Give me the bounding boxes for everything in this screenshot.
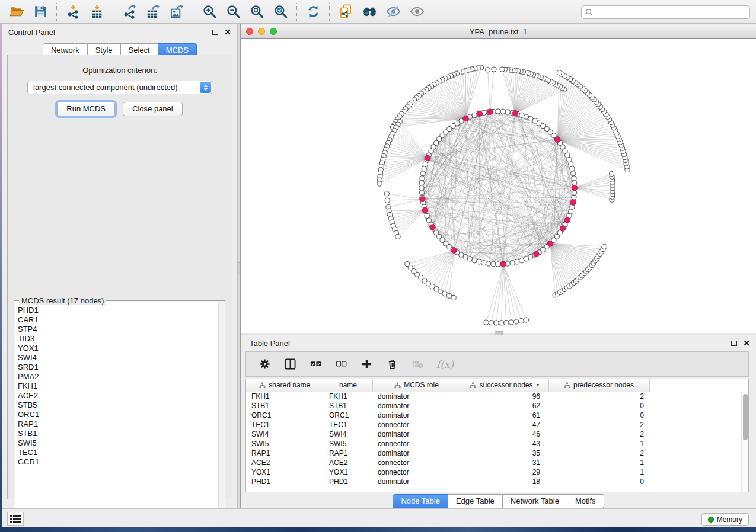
table-scrollbar[interactable] [741, 392, 748, 492]
graph-node[interactable] [602, 244, 607, 249]
table-row[interactable]: ORC1ORC1dominator610 [246, 411, 743, 420]
mcds-result-item[interactable]: ACE2 [18, 391, 218, 400]
graph-node[interactable] [422, 166, 426, 171]
column-header-predecessor-nodes[interactable]: predecessor nodes [548, 379, 649, 392]
table-row[interactable]: RAP1RAP1dominator352 [246, 448, 743, 458]
show-task-history-button[interactable] [7, 512, 24, 526]
clone-network-icon[interactable] [334, 2, 358, 22]
export-table-icon[interactable] [141, 2, 165, 22]
graph-node[interactable] [477, 111, 482, 116]
graph-node[interactable] [491, 262, 496, 267]
tab-node-table[interactable]: Node Table [393, 494, 448, 508]
graph-node[interactable] [569, 209, 573, 214]
criterion-select[interactable]: largest connected component (undirected) [27, 81, 212, 94]
graph-node[interactable] [492, 67, 496, 72]
mcds-result-scrollbar[interactable] [218, 302, 224, 518]
graph-node[interactable] [572, 190, 577, 195]
select-all-icon[interactable] [309, 358, 322, 371]
graph-node[interactable] [420, 176, 425, 181]
open-file-icon[interactable] [5, 2, 28, 22]
network-canvas[interactable] [241, 39, 756, 333]
graph-node[interactable] [430, 225, 435, 230]
float-panel-icon[interactable] [212, 30, 218, 35]
table-row[interactable]: PHD1PHD1dominator180 [246, 477, 743, 486]
float-panel-icon[interactable] [731, 341, 737, 346]
zoom-out-icon[interactable] [221, 2, 245, 22]
graph-node[interactable] [570, 166, 575, 171]
graph-node[interactable] [572, 185, 577, 190]
graph-node[interactable] [519, 113, 524, 117]
graph-node[interactable] [499, 321, 503, 325]
graph-node[interactable] [557, 70, 562, 75]
graph-node[interactable] [524, 318, 528, 322]
splitter-grip[interactable] [495, 331, 503, 335]
search-input[interactable] [594, 7, 749, 18]
graph-node[interactable] [395, 234, 400, 239]
graph-node[interactable] [509, 320, 513, 325]
table-scrollbar-thumb[interactable] [743, 394, 748, 440]
tab-motifs[interactable]: Motifs [567, 494, 604, 508]
deselect-all-icon[interactable] [334, 358, 347, 371]
column-header-name[interactable]: name [324, 379, 372, 392]
graph-node[interactable] [420, 171, 425, 176]
close-panel-icon[interactable]: ✕ [224, 28, 231, 36]
graph-node[interactable] [555, 137, 560, 142]
graph-node[interactable] [423, 162, 428, 166]
mcds-result-item[interactable]: PHD1 [18, 306, 218, 315]
mcds-result-item[interactable]: PMA2 [18, 372, 218, 382]
close-panel-icon[interactable]: ✕ [743, 339, 750, 347]
save-session-icon[interactable] [28, 2, 52, 22]
graph-node[interactable] [419, 181, 424, 185]
mcds-result-item[interactable]: RAP1 [18, 419, 218, 429]
graph-node[interactable] [504, 321, 509, 325]
mcds-result-item[interactable]: STP4 [18, 325, 218, 334]
graph-node[interactable] [572, 195, 576, 200]
mcds-result-item[interactable]: YOX1 [18, 344, 218, 353]
graph-node[interactable] [451, 295, 456, 300]
graph-node[interactable] [496, 262, 500, 267]
column-header-shared-name[interactable]: shared name [246, 379, 324, 392]
graph-node[interactable] [500, 67, 505, 72]
column-header-successor-nodes[interactable]: successor nodes [461, 379, 548, 392]
graph-node[interactable] [571, 171, 576, 176]
graph-node[interactable] [484, 320, 489, 325]
close-panel-button[interactable]: Close panel [123, 102, 183, 116]
graph-node[interactable] [534, 251, 539, 257]
mcds-result-item[interactable]: SWI5 [18, 438, 218, 448]
graph-node[interactable] [451, 248, 457, 253]
network-search-box[interactable] [581, 5, 750, 19]
graph-node[interactable] [570, 200, 576, 205]
table-row[interactable]: SWI5SWI5connector431 [246, 439, 743, 448]
zoom-selected-icon[interactable] [269, 2, 292, 22]
graph-node[interactable] [477, 259, 481, 264]
export-network-icon[interactable] [117, 2, 141, 22]
graph-node[interactable] [564, 217, 570, 223]
graph-node[interactable] [505, 110, 510, 114]
mcds-result-item[interactable]: GCR1 [18, 457, 218, 467]
graph-node[interactable] [610, 171, 614, 176]
graph-node[interactable] [481, 261, 486, 265]
memory-button[interactable]: Memory [701, 513, 749, 526]
graph-node[interactable] [472, 258, 477, 263]
graph-node[interactable] [487, 109, 493, 114]
run-mcds-button[interactable]: Run MCDS [57, 102, 115, 116]
table-settings-gear-icon[interactable] [258, 358, 271, 371]
graph-node[interactable] [385, 198, 390, 203]
mcds-result-item[interactable]: FKH1 [18, 382, 218, 391]
graph-node[interactable] [510, 261, 515, 265]
import-network-icon[interactable] [61, 2, 85, 22]
graph-node[interactable] [560, 226, 566, 231]
table-row[interactable]: YOX1YOX1connector291 [246, 467, 743, 477]
hide-graphics-details-icon[interactable] [381, 2, 405, 22]
graph-node[interactable] [572, 181, 577, 185]
graph-node[interactable] [420, 196, 425, 201]
table-row[interactable]: STB1STB1dominator620 [246, 401, 743, 411]
graph-node[interactable] [472, 113, 477, 117]
graph-node[interactable] [519, 258, 524, 263]
graph-node[interactable] [467, 257, 472, 261]
graph-node[interactable] [500, 261, 506, 267]
graph-node[interactable] [419, 185, 424, 190]
graph-node[interactable] [572, 176, 576, 181]
table-row[interactable]: ACE2ACE2connector311 [246, 458, 743, 467]
table-row[interactable]: TEC1TEC1connector472 [246, 420, 743, 430]
